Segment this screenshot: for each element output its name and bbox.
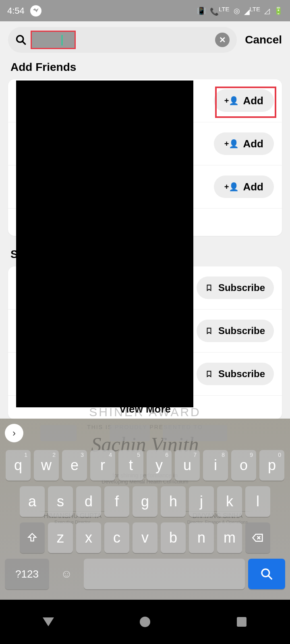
- add-friend-button[interactable]: +👤 Add: [214, 175, 274, 198]
- search-input-highlight: [31, 31, 76, 49]
- key-f[interactable]: f: [104, 486, 129, 517]
- status-time: 4:54: [7, 6, 25, 16]
- add-label: Add: [243, 95, 263, 107]
- emoji-icon: ☺: [61, 568, 72, 580]
- key-l[interactable]: l: [245, 486, 270, 517]
- bookmark-icon: [205, 326, 213, 336]
- symbols-key[interactable]: ?123: [5, 559, 49, 589]
- subscribe-button[interactable]: Subscribe: [197, 277, 274, 299]
- subscribe-label: Subscribe: [218, 368, 265, 380]
- svg-line-5: [268, 576, 272, 579]
- key-x[interactable]: x: [76, 522, 101, 553]
- cancel-button[interactable]: Cancel: [245, 33, 282, 46]
- signal2-icon: ◿: [264, 6, 270, 15]
- add-label: Add: [243, 138, 263, 150]
- backspace-icon: [252, 532, 264, 544]
- suggestion-pill[interactable]: [163, 425, 227, 441]
- add-person-icon: +👤: [224, 139, 239, 149]
- subscribe-label: Subscribe: [218, 325, 265, 336]
- vibrate-icon: 📳: [197, 6, 206, 15]
- shift-key[interactable]: [20, 522, 45, 553]
- redaction-overlay: [16, 80, 193, 407]
- key-t[interactable]: t5: [118, 450, 143, 481]
- svg-point-0: [17, 36, 23, 42]
- subscribe-label: Subscribe: [218, 282, 265, 293]
- search-area: ✕ Cancel: [0, 21, 290, 58]
- key-q[interactable]: q1: [6, 450, 31, 481]
- key-r[interactable]: r4: [90, 450, 115, 481]
- wifi-calling-icon: 📞LTE: [210, 6, 229, 16]
- key-m[interactable]: m: [217, 522, 242, 553]
- back-button[interactable]: [41, 615, 56, 629]
- keyboard: SHINER AWARD THIS IS PROUDLY PRESENTED T…: [0, 419, 290, 600]
- key-g[interactable]: g: [133, 486, 157, 517]
- backspace-key[interactable]: [245, 522, 270, 553]
- search-key[interactable]: [248, 559, 285, 589]
- suggestion-pill[interactable]: [40, 425, 77, 441]
- circle-icon: [140, 617, 150, 627]
- messenger-icon: [30, 5, 41, 17]
- key-c[interactable]: c: [104, 522, 129, 553]
- key-z[interactable]: z: [48, 522, 73, 553]
- key-v[interactable]: v: [133, 522, 157, 553]
- bookmark-icon: [205, 283, 213, 293]
- close-icon: ✕: [219, 35, 226, 45]
- recents-button[interactable]: [234, 615, 249, 629]
- subscribe-button[interactable]: Subscribe: [197, 363, 274, 385]
- add-friend-button[interactable]: +👤 Add: [214, 89, 274, 112]
- key-n[interactable]: n: [189, 522, 214, 553]
- expand-suggestions-button[interactable]: ›: [5, 424, 23, 442]
- triangle-down-icon: [43, 617, 54, 626]
- key-s[interactable]: s: [48, 486, 73, 517]
- bookmark-icon: [205, 369, 213, 379]
- text-cursor: [62, 35, 62, 45]
- hotspot-icon: ◎: [234, 6, 240, 15]
- key-k[interactable]: k: [217, 486, 242, 517]
- search-input[interactable]: [32, 35, 75, 45]
- key-e[interactable]: e3: [62, 450, 87, 481]
- search-icon: [15, 34, 27, 45]
- key-d[interactable]: d: [76, 486, 101, 517]
- key-w[interactable]: w2: [34, 450, 59, 481]
- search-box[interactable]: ✕: [8, 27, 237, 53]
- key-i[interactable]: i8: [203, 450, 228, 481]
- square-icon: [237, 617, 246, 627]
- key-o[interactable]: o9: [231, 450, 256, 481]
- add-person-icon: +👤: [224, 182, 239, 192]
- search-icon: [260, 568, 273, 580]
- key-p[interactable]: p0: [259, 450, 284, 481]
- emoji-key[interactable]: ☺: [52, 559, 81, 589]
- subscribe-button[interactable]: Subscribe: [197, 320, 274, 342]
- key-j[interactable]: j: [189, 486, 214, 517]
- chevron-right-icon: ›: [12, 427, 16, 439]
- suggestion-pill[interactable]: [110, 425, 150, 441]
- key-b[interactable]: b: [161, 522, 186, 553]
- home-button[interactable]: [138, 615, 152, 629]
- key-y[interactable]: y6: [147, 450, 172, 481]
- key-h[interactable]: h: [161, 486, 186, 517]
- android-nav-bar: [0, 600, 290, 644]
- key-a[interactable]: a: [20, 486, 45, 517]
- key-u[interactable]: u7: [175, 450, 200, 481]
- status-bar: 4:54 📳 📞LTE ◎ ◢LTE ◿ 🔋: [0, 0, 290, 21]
- battery-icon: 🔋: [274, 6, 283, 15]
- shift-icon: [27, 532, 38, 543]
- status-icons: 📳 📞LTE ◎ ◢LTE ◿ 🔋: [197, 6, 283, 16]
- clear-search-button[interactable]: ✕: [215, 33, 230, 47]
- keyboard-suggestions: ›: [0, 419, 290, 448]
- svg-line-1: [23, 41, 26, 45]
- add-friend-button[interactable]: +👤 Add: [214, 132, 274, 155]
- space-key[interactable]: [84, 559, 245, 589]
- svg-point-4: [262, 569, 269, 577]
- add-label: Add: [243, 181, 263, 193]
- section-title-add-friends: Add Friends: [0, 58, 290, 79]
- signal-icon: ◢LTE: [244, 6, 260, 16]
- add-person-icon: +👤: [224, 96, 239, 105]
